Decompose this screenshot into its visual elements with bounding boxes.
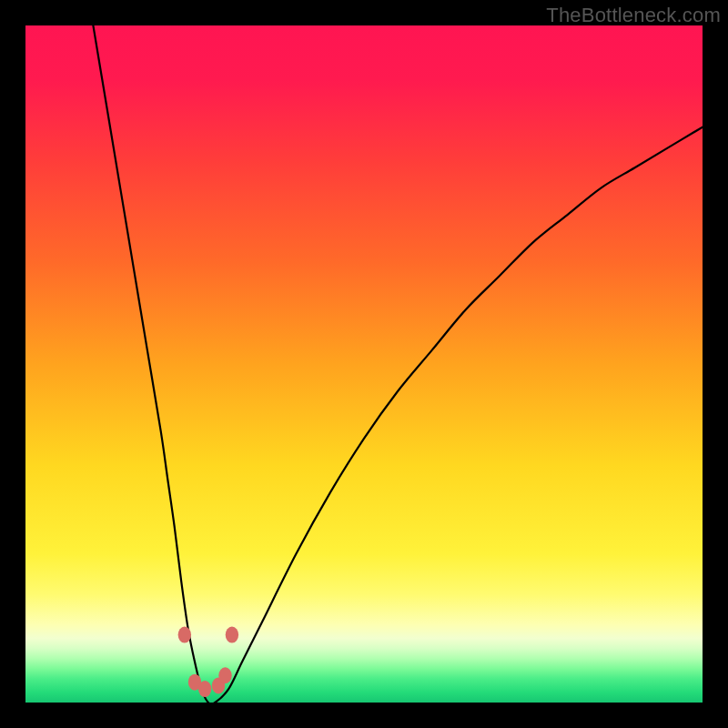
marker-dot (178, 627, 191, 643)
bottleneck-curve (93, 25, 703, 703)
plot-area (25, 25, 703, 703)
curve-layer (25, 25, 703, 703)
chart-frame: TheBottleneck.com (0, 0, 728, 728)
watermark-text: TheBottleneck.com (546, 4, 721, 27)
marker-dot (198, 681, 211, 697)
marker-dot (218, 667, 231, 683)
marker-dot (226, 627, 238, 643)
